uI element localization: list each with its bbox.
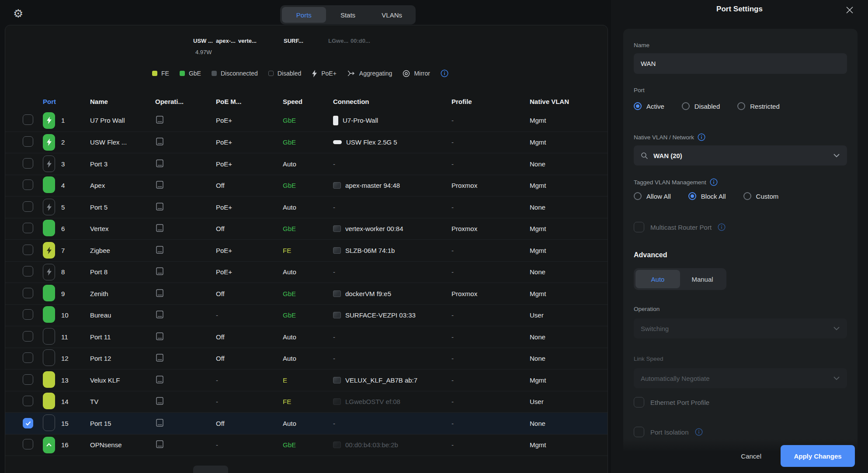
table-row[interactable]: 11 Port 11 Off Auto - - None [5, 326, 608, 348]
table-row[interactable]: 4 Apex Off GbE apex-master 94:48 Proxmox… [5, 175, 608, 197]
row-checkbox[interactable] [23, 158, 33, 169]
column-header-speed[interactable]: Speed [280, 98, 330, 105]
row-checkbox[interactable] [23, 223, 33, 233]
operation-select[interactable]: Switching [634, 318, 847, 338]
table-row[interactable]: 16 OPNsense - GbE 00:d0:b4:03:be:2b - Mg… [5, 434, 608, 456]
profile: - [449, 420, 527, 427]
name-input[interactable] [634, 53, 847, 74]
column-header-name[interactable]: Name [87, 98, 153, 105]
legend-info[interactable] [441, 69, 448, 77]
row-checkbox[interactable] [23, 331, 33, 342]
port-name: Port 8 [87, 268, 153, 276]
port-speed: Auto [280, 420, 330, 427]
row-checkbox[interactable] [23, 288, 33, 298]
table-row[interactable]: 13 Velux KLF - E VELUX_KLF_AB7B ab:7 - M… [5, 369, 608, 391]
column-header-operation[interactable]: Operati... [153, 98, 213, 105]
table-row[interactable]: 10 Bureau - GbE SURFACE-VEZPI 03:33 - Us… [5, 304, 608, 326]
mode-auto[interactable]: Auto [635, 270, 680, 288]
table-row[interactable]: 5 Port 5 PoE+ Auto - - None [5, 196, 608, 218]
apply-changes-button[interactable]: Apply Changes [781, 445, 855, 467]
device-label: apex-... [216, 38, 236, 44]
radio-block-all[interactable]: Block All [688, 192, 726, 200]
ethernet-port-profile-checkbox[interactable]: Ethernet Port Profile [634, 397, 709, 407]
table-row[interactable]: 15 Port 15 Off Auto - - None [5, 412, 608, 434]
mode-manual[interactable]: Manual [680, 270, 725, 288]
radio-button-icon[interactable] [743, 192, 751, 200]
column-header-port[interactable]: Port [40, 98, 87, 105]
switch-icon [333, 140, 342, 144]
radio-button-icon[interactable] [737, 102, 745, 110]
info-icon[interactable] [441, 69, 448, 77]
row-checkbox[interactable] [23, 352, 33, 363]
native-vlan: None [527, 204, 608, 211]
tab-stats[interactable]: Stats [326, 7, 370, 23]
check-icon [25, 421, 31, 426]
row-checkbox[interactable] [23, 418, 33, 428]
info-icon[interactable] [698, 133, 705, 141]
radio-button-icon[interactable] [634, 192, 642, 200]
row-checkbox[interactable] [23, 180, 33, 190]
checkbox-icon[interactable] [634, 427, 644, 437]
table-row[interactable]: 6 Vertex Off GbE vertex-worker 00:84 Pro… [5, 218, 608, 240]
radio-button-icon[interactable] [634, 102, 642, 110]
legend-label: Disabled [278, 70, 301, 77]
table-row[interactable]: 3 Port 3 PoE+ Auto - - None [5, 153, 608, 175]
row-checkbox[interactable] [23, 266, 33, 276]
port-name: Bureau [87, 311, 153, 319]
row-checkbox[interactable] [23, 439, 33, 449]
radio-allow-all[interactable]: Allow All [634, 192, 671, 200]
operation-switch-icon [155, 418, 164, 428]
tagged-vlan-label-text: Tagged VLAN Management [634, 179, 706, 186]
close-icon[interactable] [845, 6, 854, 14]
multicast-router-port-checkbox[interactable]: Multicast Router Port [634, 222, 726, 232]
operation-switch-icon [155, 375, 164, 385]
legend-poe: PoE+ [312, 70, 337, 77]
radio-button-icon[interactable] [682, 102, 690, 110]
row-checkbox[interactable] [23, 245, 33, 255]
row-checkbox[interactable] [23, 201, 33, 212]
checkbox-label: Port Isolation [650, 428, 689, 436]
radio-label: Allow All [646, 193, 671, 200]
port-status-icon [43, 220, 55, 236]
port-isolation-checkbox[interactable]: Port Isolation [634, 427, 703, 437]
native-vlan-select[interactable]: WAN (20) [634, 145, 847, 166]
link-speed-select[interactable]: Automatically Negotiate [634, 368, 847, 388]
radio-restricted[interactable]: Restricted [737, 102, 780, 110]
settings-gear-icon[interactable]: ⚙ [13, 8, 23, 19]
row-checkbox[interactable] [23, 309, 33, 320]
port-number: 10 [59, 311, 87, 319]
table-row[interactable]: 8 Port 8 PoE+ Auto - - None [5, 261, 608, 283]
row-checkbox[interactable] [23, 136, 33, 147]
radio-button-icon[interactable] [688, 192, 696, 200]
port-number: 14 [59, 398, 87, 405]
cancel-button[interactable]: Cancel [741, 452, 761, 460]
table-expand-button[interactable] [193, 466, 228, 473]
radio-active[interactable]: Active [634, 102, 664, 110]
tab-ports[interactable]: Ports [282, 7, 326, 23]
checkbox-icon[interactable] [634, 222, 644, 232]
table-row[interactable]: 14 TV - FE LGwebOSTV ef:08 - User [5, 391, 608, 413]
advanced-mode-toggle: Auto Manual [634, 268, 726, 290]
row-checkbox[interactable] [23, 114, 33, 125]
info-icon[interactable] [695, 428, 703, 436]
table-row[interactable]: 12 Port 12 Off Auto - - None [5, 348, 608, 369]
radio-custom[interactable]: Custom [743, 192, 779, 200]
column-header-poe-mode[interactable]: PoE M... [213, 98, 280, 105]
table-row[interactable]: 1 U7 Pro Wall PoE+ GbE U7-Pro-Wall - Mgm… [5, 110, 608, 131]
tab-vlans[interactable]: VLANs [370, 7, 414, 23]
poe-mode: PoE+ [213, 204, 280, 211]
table-row[interactable]: 2 USW Flex ... PoE+ GbE USW Flex 2.5G 5 … [5, 131, 608, 153]
column-header-native-vlan[interactable]: Native VLAN [527, 98, 608, 105]
row-checkbox[interactable] [23, 374, 33, 385]
radio-disabled[interactable]: Disabled [682, 102, 720, 110]
table-row[interactable]: 9 Zenith Off GbE dockerVM f9:e5 Proxmox … [5, 283, 608, 304]
checkbox-icon[interactable] [634, 397, 644, 407]
poe-bolt-icon [312, 70, 317, 77]
column-header-profile[interactable]: Profile [449, 98, 527, 105]
poe-mode: - [213, 376, 280, 384]
table-row[interactable]: 7 Zigbee PoE+ FE SLZB-06M 74:1b - Mgmt [5, 239, 608, 261]
info-icon[interactable] [710, 178, 718, 186]
row-checkbox[interactable] [23, 396, 33, 406]
info-icon[interactable] [718, 223, 726, 231]
column-header-connection[interactable]: Connection [330, 98, 449, 105]
